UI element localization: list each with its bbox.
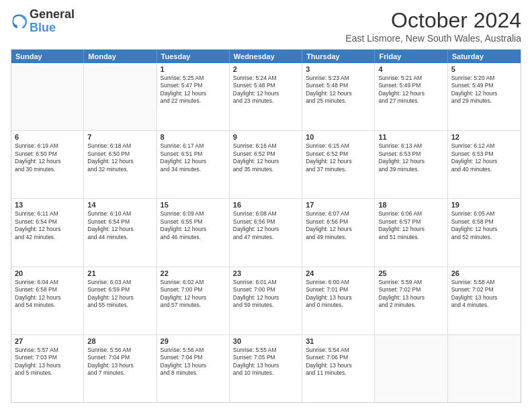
day-info: Sunrise: 6:13 AM Sunset: 6:53 PM Dayligh…	[378, 142, 443, 173]
header: General Blue October 2024 East Lismore, …	[11, 8, 521, 44]
calendar-cell-w2-d7: 12Sunrise: 6:12 AM Sunset: 6:53 PM Dayli…	[448, 131, 521, 198]
day-info: Sunrise: 6:06 AM Sunset: 6:57 PM Dayligh…	[378, 210, 443, 241]
calendar-cell-w1-d5: 3Sunrise: 5:23 AM Sunset: 5:48 PM Daylig…	[302, 63, 375, 130]
day-info: Sunrise: 6:11 AM Sunset: 6:54 PM Dayligh…	[15, 210, 80, 241]
day-number: 7	[87, 133, 152, 141]
calendar-cell-w2-d2: 7Sunrise: 6:18 AM Sunset: 6:50 PM Daylig…	[84, 131, 157, 198]
calendar-cell-w3-d6: 18Sunrise: 6:06 AM Sunset: 6:57 PM Dayli…	[375, 199, 447, 266]
day-number: 26	[451, 269, 517, 277]
day-number: 12	[451, 133, 517, 141]
calendar-header: Sunday Monday Tuesday Wednesday Thursday…	[11, 50, 521, 63]
day-number: 22	[161, 269, 226, 277]
day-info: Sunrise: 6:15 AM Sunset: 6:52 PM Dayligh…	[306, 142, 371, 173]
day-number: 23	[233, 269, 298, 277]
logo-line2: Blue	[30, 21, 75, 35]
logo-icon	[11, 13, 27, 30]
day-number: 20	[15, 269, 80, 277]
day-number: 24	[306, 269, 371, 277]
day-number: 3	[306, 65, 371, 73]
calendar-week-2: 6Sunrise: 6:19 AM Sunset: 6:50 PM Daylig…	[11, 131, 521, 199]
day-number: 5	[451, 65, 517, 73]
day-number: 4	[378, 65, 443, 73]
header-friday: Friday	[375, 50, 447, 63]
calendar-week-3: 13Sunrise: 6:11 AM Sunset: 6:54 PM Dayli…	[11, 199, 521, 267]
calendar-cell-w1-d1	[11, 63, 84, 130]
title-block: October 2024 East Lismore, New South Wal…	[345, 8, 521, 44]
calendar-cell-w2-d5: 10Sunrise: 6:15 AM Sunset: 6:52 PM Dayli…	[302, 131, 375, 198]
calendar-cell-w4-d5: 24Sunrise: 6:00 AM Sunset: 7:01 PM Dayli…	[302, 267, 375, 334]
calendar-cell-w2-d3: 8Sunrise: 6:17 AM Sunset: 6:51 PM Daylig…	[157, 131, 230, 198]
day-number: 13	[15, 201, 80, 209]
calendar-cell-w4-d7: 26Sunrise: 5:58 AM Sunset: 7:02 PM Dayli…	[448, 267, 521, 334]
day-info: Sunrise: 5:55 AM Sunset: 7:05 PM Dayligh…	[233, 347, 298, 377]
day-info: Sunrise: 5:57 AM Sunset: 7:03 PM Dayligh…	[15, 347, 80, 377]
day-number: 15	[161, 201, 226, 209]
day-info: Sunrise: 6:02 AM Sunset: 7:00 PM Dayligh…	[161, 279, 226, 310]
header-monday: Monday	[84, 50, 157, 63]
calendar-cell-w1-d6: 4Sunrise: 5:21 AM Sunset: 5:49 PM Daylig…	[375, 63, 447, 130]
page: General Blue October 2024 East Lismore, …	[0, 0, 532, 411]
header-saturday: Saturday	[448, 50, 521, 63]
calendar-cell-w3-d7: 19Sunrise: 6:05 AM Sunset: 6:58 PM Dayli…	[448, 199, 521, 266]
logo: General Blue	[11, 8, 75, 35]
day-info: Sunrise: 6:16 AM Sunset: 6:52 PM Dayligh…	[233, 142, 298, 173]
header-thursday: Thursday	[302, 50, 375, 63]
day-number: 10	[306, 133, 371, 141]
day-info: Sunrise: 6:00 AM Sunset: 7:01 PM Dayligh…	[306, 279, 371, 310]
day-info: Sunrise: 5:24 AM Sunset: 5:48 PM Dayligh…	[233, 75, 298, 105]
calendar-cell-w4-d4: 23Sunrise: 6:01 AM Sunset: 7:00 PM Dayli…	[230, 267, 302, 334]
logo-text: General Blue	[30, 8, 75, 35]
calendar-cell-w5-d5: 31Sunrise: 5:54 AM Sunset: 7:06 PM Dayli…	[302, 335, 375, 402]
calendar-week-4: 20Sunrise: 6:04 AM Sunset: 6:58 PM Dayli…	[11, 267, 521, 335]
day-info: Sunrise: 6:19 AM Sunset: 6:50 PM Dayligh…	[15, 142, 80, 173]
calendar-cell-w5-d7	[448, 335, 521, 402]
day-info: Sunrise: 5:59 AM Sunset: 7:02 PM Dayligh…	[378, 279, 443, 310]
day-info: Sunrise: 5:56 AM Sunset: 7:04 PM Dayligh…	[87, 347, 152, 377]
header-tuesday: Tuesday	[157, 50, 230, 63]
day-info: Sunrise: 6:01 AM Sunset: 7:00 PM Dayligh…	[233, 279, 298, 310]
calendar-cell-w3-d3: 15Sunrise: 6:09 AM Sunset: 6:55 PM Dayli…	[157, 199, 230, 266]
calendar-cell-w5-d2: 28Sunrise: 5:56 AM Sunset: 7:04 PM Dayli…	[84, 335, 157, 402]
calendar-week-1: 1Sunrise: 5:25 AM Sunset: 5:47 PM Daylig…	[11, 63, 521, 131]
calendar-cell-w3-d2: 14Sunrise: 6:10 AM Sunset: 6:54 PM Dayli…	[84, 199, 157, 266]
day-number: 21	[87, 269, 152, 277]
calendar-cell-w1-d3: 1Sunrise: 5:25 AM Sunset: 5:47 PM Daylig…	[157, 63, 230, 130]
calendar-cell-w4-d6: 25Sunrise: 5:59 AM Sunset: 7:02 PM Dayli…	[375, 267, 447, 334]
calendar-cell-w5-d3: 29Sunrise: 5:56 AM Sunset: 7:04 PM Dayli…	[157, 335, 230, 402]
month-title: October 2024	[345, 8, 521, 33]
day-number: 8	[161, 133, 226, 141]
day-info: Sunrise: 5:56 AM Sunset: 7:04 PM Dayligh…	[161, 347, 226, 377]
day-number: 18	[378, 201, 443, 209]
day-number: 28	[87, 337, 152, 345]
day-number: 25	[378, 269, 443, 277]
calendar-cell-w5-d1: 27Sunrise: 5:57 AM Sunset: 7:03 PM Dayli…	[11, 335, 84, 402]
calendar-cell-w4-d3: 22Sunrise: 6:02 AM Sunset: 7:00 PM Dayli…	[157, 267, 230, 334]
day-info: Sunrise: 5:20 AM Sunset: 5:49 PM Dayligh…	[451, 75, 517, 105]
logo-line1: General	[30, 8, 75, 21]
day-number: 29	[161, 337, 226, 345]
calendar-cell-w2-d1: 6Sunrise: 6:19 AM Sunset: 6:50 PM Daylig…	[11, 131, 84, 198]
header-wednesday: Wednesday	[230, 50, 302, 63]
day-info: Sunrise: 6:03 AM Sunset: 6:59 PM Dayligh…	[87, 279, 152, 310]
calendar: Sunday Monday Tuesday Wednesday Thursday…	[11, 49, 521, 403]
day-info: Sunrise: 6:09 AM Sunset: 6:55 PM Dayligh…	[161, 210, 226, 241]
calendar-cell-w2-d6: 11Sunrise: 6:13 AM Sunset: 6:53 PM Dayli…	[375, 131, 447, 198]
day-info: Sunrise: 5:58 AM Sunset: 7:02 PM Dayligh…	[451, 279, 517, 310]
day-info: Sunrise: 6:10 AM Sunset: 6:54 PM Dayligh…	[87, 210, 152, 241]
header-sunday: Sunday	[11, 50, 84, 63]
day-number: 14	[87, 201, 152, 209]
day-number: 2	[233, 65, 298, 73]
day-number: 19	[451, 201, 517, 209]
day-info: Sunrise: 6:05 AM Sunset: 6:58 PM Dayligh…	[451, 210, 517, 241]
calendar-cell-w2-d4: 9Sunrise: 6:16 AM Sunset: 6:52 PM Daylig…	[230, 131, 302, 198]
calendar-cell-w1-d2	[84, 63, 157, 130]
day-info: Sunrise: 5:21 AM Sunset: 5:49 PM Dayligh…	[378, 75, 443, 105]
day-number: 27	[15, 337, 80, 345]
day-info: Sunrise: 5:54 AM Sunset: 7:06 PM Dayligh…	[306, 347, 371, 377]
day-number: 11	[378, 133, 443, 141]
day-info: Sunrise: 5:25 AM Sunset: 5:47 PM Dayligh…	[161, 75, 226, 105]
calendar-week-5: 27Sunrise: 5:57 AM Sunset: 7:03 PM Dayli…	[11, 335, 521, 402]
calendar-cell-w5-d6	[375, 335, 447, 402]
day-info: Sunrise: 6:08 AM Sunset: 6:56 PM Dayligh…	[233, 210, 298, 241]
day-info: Sunrise: 6:17 AM Sunset: 6:51 PM Dayligh…	[161, 142, 226, 173]
